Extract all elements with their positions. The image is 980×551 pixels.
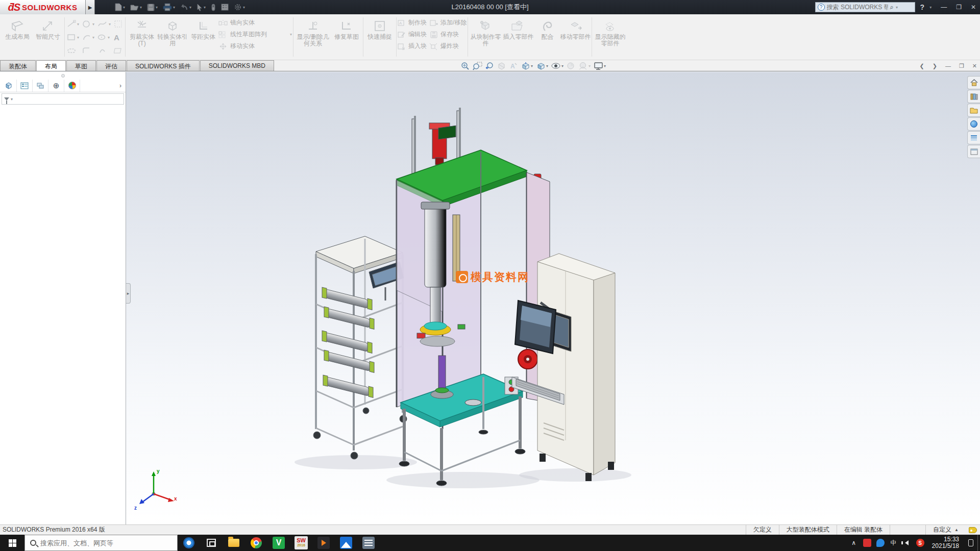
panel-splitter[interactable]: [0, 72, 126, 79]
linear-sketch-pattern-item[interactable]: 线性草图阵列 ▾: [218, 30, 292, 39]
window-close-button[interactable]: ✕: [971, 4, 976, 11]
resources-home-tab[interactable]: [967, 76, 980, 89]
v-app-button[interactable]: V: [267, 535, 290, 551]
save-block-item[interactable]: 保存块: [430, 30, 467, 39]
insert-block-item[interactable]: 插入块: [398, 42, 427, 51]
pattern-caret[interactable]: ▾: [290, 32, 292, 37]
file-explorer-tab[interactable]: [967, 104, 980, 117]
start-button[interactable]: [0, 535, 24, 551]
fillet-tool[interactable]: [81, 44, 95, 57]
undo-button[interactable]: ▾: [179, 3, 193, 12]
ellipse-tool[interactable]: ▾: [96, 31, 112, 44]
trim-preview-tool[interactable]: [113, 17, 124, 31]
options-list-button[interactable]: [219, 3, 230, 12]
window-restore-button[interactable]: ❐: [956, 4, 962, 11]
open-document-button[interactable]: ▾: [129, 3, 143, 12]
edit-block-item[interactable]: 编辑块: [398, 30, 427, 39]
new-caret[interactable]: ▾: [123, 5, 125, 10]
search-icon[interactable]: ⌕: [890, 3, 894, 11]
repair-sketch-button[interactable]: 修复草图: [331, 15, 362, 59]
settings-button[interactable]: ▾: [232, 2, 247, 12]
pane-right-button[interactable]: ❯: [933, 63, 937, 69]
previous-view-button[interactable]: [485, 62, 494, 70]
display-style-button[interactable]: ▾: [536, 62, 548, 70]
scene-caret[interactable]: ▾: [589, 64, 591, 68]
file-explorer-button[interactable]: [223, 535, 245, 551]
tab-evaluate[interactable]: 评估: [96, 60, 126, 71]
slot-tool[interactable]: [66, 44, 80, 57]
doc-minimize-button[interactable]: —: [945, 63, 951, 69]
ellipse-caret[interactable]: ▾: [108, 35, 110, 40]
spline-tool[interactable]: ▾: [96, 17, 112, 31]
tab-property-manager[interactable]: [17, 80, 33, 92]
appearances-tab[interactable]: [967, 131, 980, 144]
spline-caret[interactable]: ▾: [109, 22, 111, 27]
panel-expand-arrow[interactable]: ›: [119, 82, 121, 89]
help-search-box[interactable]: ? ⌕ ▾: [815, 2, 915, 12]
doc-restore-button[interactable]: ❐: [959, 63, 964, 69]
hide-show-caret[interactable]: ▾: [561, 64, 564, 68]
tab-display-manager[interactable]: [64, 80, 80, 92]
show-hidden-components-button[interactable]: 显示隐藏的零部件: [593, 15, 627, 59]
line-tool[interactable]: ▾: [66, 17, 80, 31]
filter-caret[interactable]: ▾: [11, 97, 13, 102]
undo-caret[interactable]: ▾: [189, 5, 191, 10]
arc-caret[interactable]: ▾: [92, 35, 94, 40]
settings-caret[interactable]: ▾: [243, 5, 245, 10]
save-button[interactable]: ▾: [145, 3, 159, 12]
tag-icon[interactable]: [969, 527, 977, 533]
tree-filter-bar[interactable]: ▾: [2, 93, 124, 105]
select-button[interactable]: ▾: [195, 3, 207, 12]
help-button[interactable]: ?: [920, 3, 925, 11]
doc-close-button[interactable]: ✕: [972, 63, 977, 69]
tab-solidworks-mbd[interactable]: SOLIDWORKS MBD: [200, 60, 274, 71]
taskbar-clock[interactable]: 15:33 2021/5/18: [927, 536, 964, 549]
line-caret[interactable]: ▾: [77, 22, 79, 27]
circle-tool[interactable]: ▾: [81, 17, 95, 31]
tab-solidworks-addins[interactable]: SOLIDWORKS 插件: [127, 60, 200, 71]
feature-tree-area[interactable]: [0, 106, 126, 524]
hide-show-items-button[interactable]: ▾: [551, 62, 564, 70]
panel-flyout-grip[interactable]: ▸: [126, 283, 131, 304]
display-delete-relations-button[interactable]: 显示/删除几何关系: [295, 15, 331, 59]
menu-flyout-arrow[interactable]: ▶: [86, 0, 95, 14]
make-part-from-block-button[interactable]: 从块制作零件: [469, 15, 502, 59]
show-desktop-button[interactable]: [977, 535, 980, 551]
window-minimize-button[interactable]: —: [941, 4, 947, 11]
mirror-entities-item[interactable]: 镜向实体: [218, 18, 292, 27]
chrome-button[interactable]: [245, 535, 267, 551]
customize-menu[interactable]: 自定义 ▲: [925, 525, 966, 535]
insert-components-button[interactable]: 插入零部件: [502, 15, 534, 59]
tab-layout[interactable]: 布局: [36, 60, 66, 71]
custom-properties-tab[interactable]: [967, 145, 980, 158]
view-orientation-caret[interactable]: ▾: [531, 64, 533, 68]
graphics-viewport[interactable]: 模具资料网 ▸ y x z: [126, 72, 980, 524]
view-palette-tab[interactable]: [967, 117, 980, 131]
tab-dimxpert-manager[interactable]: ⊕: [48, 80, 64, 92]
tab-configuration-manager[interactable]: [33, 80, 48, 92]
action-center-button[interactable]: [964, 535, 977, 551]
create-layout-button[interactable]: 生成布局: [2, 15, 33, 59]
volume-button[interactable]: [900, 535, 914, 551]
move-entities-item[interactable]: 移动实体: [218, 42, 292, 51]
taskbar-search-box[interactable]: [24, 535, 178, 551]
view-settings-button[interactable]: ▾: [594, 62, 606, 70]
select-caret[interactable]: ▾: [204, 5, 206, 10]
add-remove-item[interactable]: 添加/移除: [430, 18, 467, 27]
help-search-input[interactable]: [827, 4, 888, 11]
tab-sketch[interactable]: 草图: [66, 60, 96, 71]
text-tool[interactable]: A: [113, 31, 124, 44]
point-tool[interactable]: [96, 44, 112, 57]
taskbar-search-input[interactable]: [40, 539, 153, 547]
apply-scene-button[interactable]: ▾: [578, 62, 591, 70]
ime-indicator[interactable]: 中: [887, 535, 900, 551]
make-block-item[interactable]: A 制作块: [398, 18, 427, 27]
tray-messenger-app[interactable]: [874, 535, 887, 551]
move-component-button[interactable]: 移动零部件: [560, 15, 591, 59]
photos-app-button[interactable]: [335, 535, 357, 551]
mate-button[interactable]: 配合: [534, 15, 560, 59]
tray-chevron-button[interactable]: ∧: [847, 535, 861, 551]
help-caret[interactable]: ▾: [929, 5, 932, 10]
notes-app-button[interactable]: [357, 535, 380, 551]
design-library-tab[interactable]: [967, 90, 980, 103]
